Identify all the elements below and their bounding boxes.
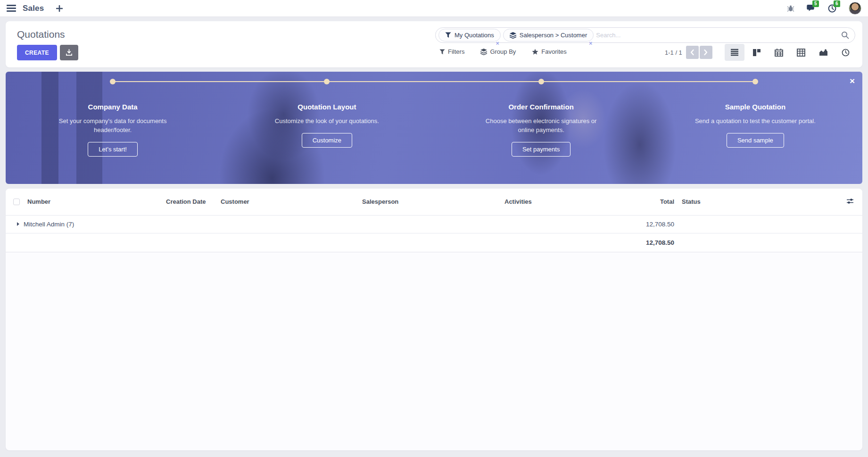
calendar-view-icon [775,49,783,57]
column-header-total[interactable]: Total [607,189,679,215]
group-total: 12,708.50 [607,215,679,233]
apps-menu-icon[interactable] [7,3,16,13]
messages-count-badge: 5 [812,0,819,7]
step-dot [324,79,330,84]
debug-bug-icon[interactable] [787,5,794,12]
action-buttons: CREATE [17,45,78,60]
messages-icon[interactable]: 5 [807,4,816,12]
pager-range: 1-1 / 1 [665,49,682,56]
column-header-status[interactable]: Status [679,189,838,215]
optional-columns-icon[interactable] [846,198,854,204]
onboarding-step-quotation-layout: Quotation Layout Customize the look of y… [220,72,434,184]
step-description: Choose between electronic signatures or … [478,116,605,134]
view-switcher [725,44,855,61]
activities-count-badge: 6 [834,0,840,7]
favorites-label: Favorites [541,48,566,55]
step-description: Send a quotation to test the customer po… [695,116,816,125]
quotations-list: Number Creation Date Customer Salesperso… [6,189,862,450]
search-facet-groupby[interactable]: Salesperson > Customer × [503,29,594,42]
group-by-label: Group By [490,48,516,55]
step-title: Quotation Layout [298,103,356,111]
column-header-activities[interactable]: Activities [502,189,607,215]
page-title: Quotations [17,29,65,40]
user-avatar[interactable] [849,2,861,15]
activity-view-icon [842,49,850,57]
lets-start-button[interactable]: Let's start! [88,142,138,157]
pivot-view-button[interactable] [791,44,811,61]
activities-clock-icon[interactable]: 6 [828,4,836,13]
set-payments-button[interactable]: Set payments [512,142,571,157]
send-sample-button[interactable]: Send sample [727,133,784,148]
onboarding-banner: × Company Data Set your company's data f… [6,72,862,184]
list-view-icon [730,49,739,56]
chevron-right-icon [703,49,708,56]
pager-next-button[interactable] [700,46,712,59]
top-navbar: Sales 5 6 [0,0,868,17]
graph-view-button[interactable] [813,44,833,61]
graph-view-icon [819,49,828,56]
star-icon [532,49,538,55]
favorites-menu[interactable]: Favorites [532,48,566,55]
step-description: Set your company's data for documents he… [49,116,176,134]
remove-facet-icon[interactable]: × [589,40,592,47]
filter-icon [439,49,445,55]
onboarding-step-order-confirmation: Order Confirmation Choose between electr… [434,72,648,184]
select-all-checkbox[interactable] [13,199,20,205]
step-dot [538,79,544,84]
calendar-view-button[interactable] [769,44,789,61]
step-title: Order Confirmation [508,103,573,111]
plus-icon[interactable] [56,5,63,12]
kanban-view-icon [752,49,761,57]
search-icon[interactable] [841,31,849,39]
step-description: Customize the look of your quotations. [275,116,379,125]
step-dot [752,79,758,84]
list-view-button[interactable] [725,44,744,61]
pivot-view-icon [797,49,805,57]
step-dot [110,79,116,84]
app-name[interactable]: Sales [23,4,44,13]
expand-caret-icon[interactable] [17,222,19,226]
chevron-left-icon [690,49,694,56]
facet-label: Salesperson > Customer [520,32,587,39]
search-facet-my-quotations[interactable]: My Quotations × [438,29,501,42]
column-header-number[interactable]: Number [25,189,163,215]
remove-facet-icon[interactable]: × [496,40,499,47]
column-header-customer[interactable]: Customer [218,189,359,215]
search-input[interactable] [596,32,841,39]
table-header-row: Number Creation Date Customer Salesperso… [6,189,862,215]
quotations-table: Number Creation Date Customer Salesperso… [6,189,862,252]
step-title: Company Data [88,103,138,111]
layers-icon [510,32,516,39]
group-label: Mitchell Admin (7) [24,221,74,228]
filter-icon [445,32,451,38]
create-button[interactable]: CREATE [17,45,57,60]
control-panel: Quotations My Quotations × Salesperson >… [6,21,862,67]
search-bar[interactable]: My Quotations × Salesperson > Customer × [435,27,855,43]
footer-total: 12,708.50 [607,233,679,252]
export-button[interactable] [60,45,78,60]
group-row-mitchell-admin[interactable]: Mitchell Admin (7) 12,708.50 [6,215,862,233]
onboarding-step-sample-quotation: Sample Quotation Send a quotation to tes… [648,72,862,184]
filters-label: Filters [448,48,464,55]
group-by-menu[interactable]: Group By [480,48,516,55]
pager: 1-1 / 1 [665,46,712,59]
onboarding-step-company-data: Company Data Set your company's data for… [6,72,220,184]
step-title: Sample Quotation [725,103,785,111]
table-footer-row: 12,708.50 [6,233,862,252]
facet-label: My Quotations [455,32,494,39]
download-icon [66,49,73,56]
kanban-view-button[interactable] [747,44,767,61]
layers-icon [480,49,487,55]
column-header-creation-date[interactable]: Creation Date [163,189,218,215]
pager-previous-button[interactable] [686,46,699,59]
activity-view-button[interactable] [835,44,855,61]
customize-button[interactable]: Customize [302,133,352,148]
column-header-salesperson[interactable]: Salesperson [359,189,502,215]
search-options: Filters Group By Favorites [439,48,567,55]
filters-menu[interactable]: Filters [439,48,464,55]
